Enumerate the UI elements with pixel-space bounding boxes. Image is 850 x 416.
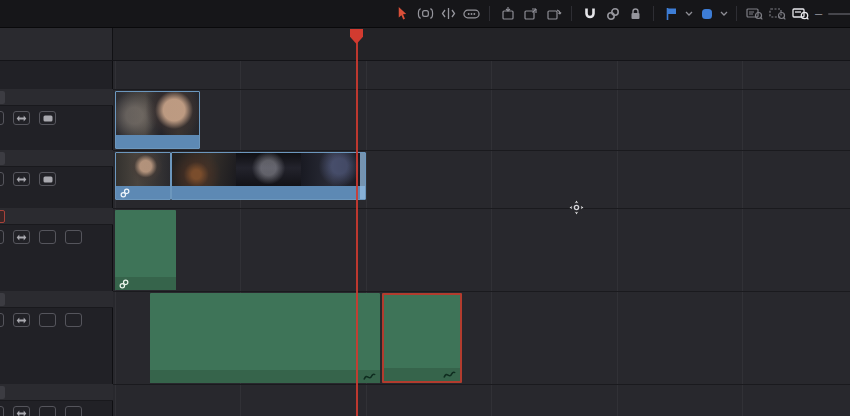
track-header-video2 [0,89,113,150]
track-number-box[interactable] [0,386,5,399]
mute-button[interactable] [65,230,82,244]
flag-dropdown-chevron[interactable] [684,4,694,24]
clip-video1-ride-a-bike[interactable] [171,152,366,200]
dynamic-trim-mode-icon[interactable] [438,4,459,24]
auto-select-button[interactable] [13,111,30,125]
blade-edit-mode-icon[interactable] [461,4,482,24]
detail-zoom-icon[interactable] [767,4,788,24]
clip-thumbnails [172,153,365,186]
track-lock-button[interactable] [0,230,4,244]
track-header-video1 [0,150,113,208]
thumbnail-frame [172,153,236,186]
auto-select-button[interactable] [13,172,30,186]
selection-mode-icon[interactable] [392,4,413,24]
toolbar-separator [489,6,490,21]
overwrite-clip-icon[interactable] [520,4,541,24]
audio-waveform [384,295,460,368]
timeline-ruler[interactable] [113,28,850,60]
clip-video1-clip0001[interactable] [115,152,171,200]
track-separator [0,384,850,385]
fade-curve-icon[interactable] [443,371,456,379]
clip-label [115,277,176,290]
replace-clip-icon[interactable] [543,4,564,24]
auto-select-button[interactable] [13,230,30,244]
clip-label [116,186,170,199]
edit-toolbar: – [0,0,850,28]
gridline [742,61,743,416]
snapping-icon[interactable] [579,4,600,24]
zoom-slider[interactable] [828,13,850,15]
track-header-audio3 [0,384,113,416]
solo-button[interactable] [39,406,56,416]
audio-waveform [150,293,380,370]
timecode-display [0,28,113,60]
track-lock-button[interactable] [0,406,4,416]
mute-button[interactable] [65,406,82,416]
track-lock-button[interactable] [0,313,4,327]
mute-button[interactable] [65,313,82,327]
gridline [491,61,492,416]
zoom-out-minus[interactable]: – [815,4,822,24]
solo-button[interactable] [39,230,56,244]
clip-label [172,186,365,199]
thumbnail-frame [116,92,199,135]
link-icon [120,188,130,198]
toolbar-separator [571,6,572,21]
track-separator [0,150,850,151]
track-name-bar [0,291,113,308]
playhead-line[interactable] [356,30,358,416]
move-cursor-icon [568,199,585,220]
linked-selection-icon[interactable] [602,4,623,24]
clip-audio2-hiphoprock[interactable] [150,293,380,383]
track-separator [0,89,850,90]
trim-edit-mode-icon[interactable] [415,4,436,24]
audio-waveform [115,210,176,277]
thumbnail-frame [236,153,300,186]
zoom-slider-track[interactable] [828,13,850,15]
track-lock-button[interactable] [0,172,4,186]
clip-label [384,368,460,381]
custom-zoom-icon[interactable] [790,4,811,24]
clip-label [116,135,199,148]
track-name-bar [0,208,113,225]
clip-thumbnails [116,92,199,135]
track-header-panel [0,61,113,416]
enable-track-button[interactable] [39,111,56,125]
clip-video2-clip0004[interactable] [115,91,200,149]
auto-select-button[interactable] [13,313,30,327]
timeline-ruler-row [0,28,850,60]
track-separator [0,291,850,292]
clip-audio1-clip0001[interactable] [115,210,176,290]
marker-icon[interactable] [696,4,717,24]
flag-icon[interactable] [661,4,682,24]
track-name-bar [0,89,113,106]
solo-button[interactable] [39,313,56,327]
track-number-box[interactable] [0,91,5,104]
thumbnail-frame [116,153,170,186]
link-icon [119,279,129,289]
davinci-resolve-timeline: – [0,0,850,416]
track-number-box[interactable] [0,152,5,165]
timeline-content [0,60,850,416]
clip-audio2-hiphoprock-selected[interactable] [382,293,462,383]
position-lock-icon[interactable] [625,4,646,24]
clip-label [150,370,380,383]
track-number-box[interactable] [0,293,5,306]
toolbar-separator [653,6,654,21]
fade-curve-icon[interactable] [363,373,376,381]
track-name-bar [0,150,113,167]
track-header-audio1 [0,208,113,291]
record-arm-button[interactable] [0,210,5,223]
enable-track-button[interactable] [39,172,56,186]
marker-dropdown-chevron[interactable] [719,4,729,24]
clip-thumbnails [116,153,170,186]
insert-clip-icon[interactable] [497,4,518,24]
auto-select-button[interactable] [13,406,30,416]
toolbar-separator [736,6,737,21]
track-lock-button[interactable] [0,111,4,125]
full-extent-zoom-icon[interactable] [744,4,765,24]
track-header-audio2 [0,291,113,384]
track-name-bar [0,384,113,401]
clip-right-edge-highlight[interactable] [360,153,365,199]
track-separator [0,208,850,209]
